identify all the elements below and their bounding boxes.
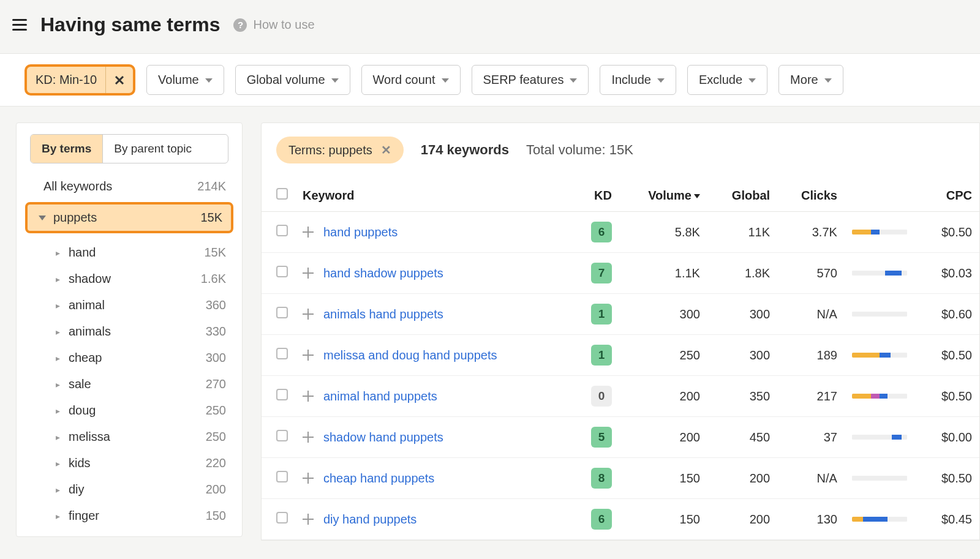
tree-item-hand[interactable]: ▸hand15K	[56, 239, 226, 266]
row-checkbox[interactable]	[276, 307, 288, 318]
kd-badge: 6	[591, 222, 612, 242]
kd-badge: 6	[591, 509, 612, 530]
kd-badge: 8	[591, 468, 612, 489]
tree-item-melissa[interactable]: ▸melissa250	[56, 424, 226, 450]
cell-global: 300	[707, 335, 777, 376]
table-row: cheap hand puppets 8 150 200 N/A $0.50	[262, 458, 979, 499]
keyword-link[interactable]: hand puppets	[323, 225, 398, 239]
filter-chip-exclude[interactable]: Exclude	[687, 65, 767, 95]
expand-icon[interactable]	[303, 473, 314, 484]
sidebar-selected-term[interactable]: puppets 15K	[25, 202, 233, 233]
cell-global: 300	[707, 294, 777, 335]
keyword-link[interactable]: animals hand puppets	[323, 307, 443, 321]
tree-item-doug[interactable]: ▸doug250	[56, 397, 226, 424]
how-to-use-link[interactable]: ? How to use	[233, 18, 314, 32]
sort-desc-icon	[694, 194, 700, 198]
cell-volume: 300	[619, 294, 707, 335]
cell-global: 450	[707, 417, 777, 458]
tree-item-finger[interactable]: ▸finger150	[56, 503, 226, 529]
filter-chip-global-volume[interactable]: Global volume	[235, 65, 350, 95]
terms-pill-label: Terms: puppets	[288, 143, 372, 157]
cell-volume: 5.8K	[619, 212, 707, 253]
total-volume: Total volume: 15K	[526, 142, 633, 158]
selected-term-count: 15K	[200, 211, 222, 225]
terms-pill[interactable]: Terms: puppets ✕	[276, 137, 404, 163]
cell-volume: 200	[619, 417, 707, 458]
table-row: hand puppets 6 5.8K 11K 3.7K $0.50	[262, 212, 979, 253]
chevron-right-icon: ▸	[56, 380, 60, 389]
row-checkbox[interactable]	[276, 389, 288, 400]
expand-icon[interactable]	[303, 432, 314, 443]
cell-cpc: $0.50	[919, 335, 979, 376]
cell-clicks: N/A	[777, 294, 845, 335]
tree-item-animals[interactable]: ▸animals330	[56, 318, 226, 345]
col-cpc[interactable]: CPC	[919, 179, 979, 212]
chevron-right-icon: ▸	[56, 327, 60, 337]
menu-icon[interactable]	[12, 17, 27, 33]
tab-by-terms[interactable]: By terms	[31, 135, 102, 163]
cell-cpc: $0.50	[919, 376, 979, 417]
chevron-down-icon	[331, 78, 339, 83]
row-checkbox[interactable]	[276, 225, 288, 236]
keyword-link[interactable]: animal hand puppets	[323, 389, 437, 403]
chevron-right-icon: ▸	[56, 511, 60, 521]
table-row: hand shadow puppets 7 1.1K 1.8K 570 $0.0…	[262, 253, 979, 294]
keyword-link[interactable]: diy hand puppets	[323, 512, 417, 527]
row-checkbox[interactable]	[276, 471, 288, 482]
select-all-checkbox[interactable]	[276, 188, 288, 200]
filter-chip-kd[interactable]: KD: Min-10	[24, 64, 135, 96]
cell-cpc: $0.50	[919, 458, 979, 499]
table-row: animals hand puppets 1 300 300 N/A $0.60	[262, 294, 979, 335]
main-header: Terms: puppets ✕ 174 keywords Total volu…	[262, 123, 979, 179]
keyword-link[interactable]: shadow hand puppets	[323, 430, 443, 445]
col-kd[interactable]: KD	[572, 179, 619, 212]
sidebar-all-keywords[interactable]: All keywords 214K	[17, 176, 242, 202]
keywords-table: Keyword KD Volume Global Clicks CPC hand…	[262, 179, 979, 540]
filter-chip-more[interactable]: More	[778, 65, 843, 95]
tree-item-cheap[interactable]: ▸cheap300	[56, 345, 226, 371]
tab-by-parent-topic[interactable]: By parent topic	[102, 135, 203, 163]
tree-item-kids[interactable]: ▸kids220	[56, 450, 226, 476]
col-volume[interactable]: Volume	[619, 179, 707, 212]
all-keywords-label: All keywords	[43, 179, 112, 193]
tree-item-diy[interactable]: ▸diy200	[56, 476, 226, 503]
tree-item-sale[interactable]: ▸sale270	[56, 371, 226, 397]
tree-item-shadow[interactable]: ▸shadow1.6K	[56, 266, 226, 292]
cell-volume: 1.1K	[619, 253, 707, 294]
col-keyword[interactable]: Keyword	[295, 179, 572, 212]
chevron-right-icon: ▸	[56, 406, 60, 416]
selected-term-label: puppets	[53, 211, 193, 225]
kd-badge: 1	[591, 304, 612, 325]
expand-icon[interactable]	[303, 268, 314, 279]
expand-icon[interactable]	[303, 227, 314, 238]
kd-badge: 1	[591, 345, 612, 366]
filter-chip-serp-features[interactable]: SERP features	[472, 65, 589, 95]
close-icon[interactable]	[105, 67, 133, 93]
chevron-down-icon	[39, 216, 46, 220]
close-icon[interactable]: ✕	[381, 143, 391, 157]
tree-item-animal[interactable]: ▸animal360	[56, 292, 226, 318]
expand-icon[interactable]	[303, 350, 314, 361]
row-checkbox[interactable]	[276, 430, 288, 441]
expand-icon[interactable]	[303, 514, 314, 525]
row-checkbox[interactable]	[276, 348, 288, 359]
keyword-link[interactable]: cheap hand puppets	[323, 471, 434, 486]
chevron-down-icon	[748, 78, 756, 83]
page-header: Having same terms ? How to use	[0, 0, 980, 53]
row-checkbox[interactable]	[276, 512, 288, 523]
how-to-use-label: How to use	[253, 18, 314, 32]
filter-chip-word-count[interactable]: Word count	[361, 65, 461, 95]
col-clicks[interactable]: Clicks	[777, 179, 845, 212]
cell-cpc: $0.60	[919, 294, 979, 335]
expand-icon[interactable]	[303, 391, 314, 402]
cell-cpc: $0.03	[919, 253, 979, 294]
keyword-link[interactable]: hand shadow puppets	[323, 266, 443, 280]
chevron-right-icon: ▸	[56, 301, 60, 310]
filter-chip-include[interactable]: Include	[600, 65, 676, 95]
col-global[interactable]: Global	[707, 179, 777, 212]
expand-icon[interactable]	[303, 309, 314, 320]
keyword-link[interactable]: melissa and doug hand puppets	[323, 348, 497, 362]
row-checkbox[interactable]	[276, 266, 288, 277]
filter-chip-volume[interactable]: Volume	[146, 65, 224, 95]
all-keywords-count: 214K	[197, 179, 226, 193]
